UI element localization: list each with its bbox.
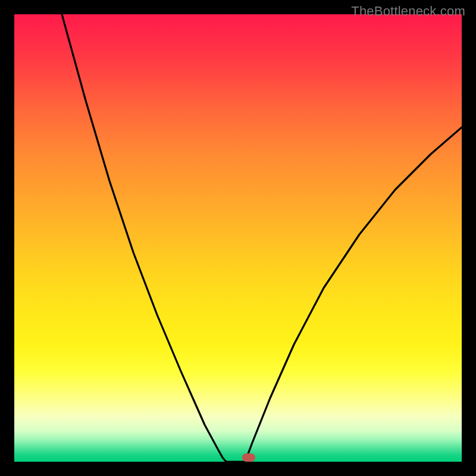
curve-path — [62, 14, 462, 462]
chart-frame: TheBottleneck.com — [0, 0, 476, 476]
optimal-point-marker — [242, 453, 255, 462]
watermark-text: TheBottleneck.com — [351, 4, 465, 19]
bottleneck-curve — [14, 14, 462, 462]
plot-area — [14, 14, 462, 462]
